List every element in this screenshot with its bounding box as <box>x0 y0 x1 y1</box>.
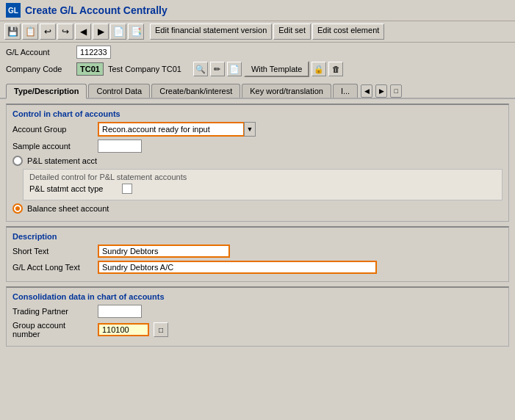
tab-create-bank-interest[interactable]: Create/bank/interest <box>151 84 240 98</box>
company-code-value: TC01 <box>76 62 104 76</box>
pl-statement-radio-row: P&L statement acct <box>12 156 503 166</box>
account-group-input[interactable] <box>98 122 245 137</box>
account-group-dropdown-arrow[interactable]: ▼ <box>244 122 256 137</box>
account-group-label: Account Group <box>12 125 93 134</box>
control-in-chart-title: Control in chart of accounts <box>12 109 503 118</box>
tab-nav-right[interactable]: ▶ <box>375 84 387 98</box>
save-button[interactable]: 💾 <box>4 23 21 40</box>
short-text-row: Short Text <box>12 245 503 258</box>
toolbar: 💾 📋 ↩ ↪ ◀ ▶ 📄 📑 Edit financial statement… <box>0 21 515 43</box>
gl-account-value: 112233 <box>76 46 111 59</box>
pl-detail-section: Detailed control for P&L statement accou… <box>23 169 503 200</box>
pl-statement-radio[interactable] <box>12 156 23 166</box>
tabs-bar: Type/Description Control Data Create/ban… <box>0 82 515 99</box>
pl-statmt-acct-checkbox[interactable] <box>122 184 132 194</box>
page-button[interactable]: 📄 <box>110 23 126 40</box>
pl-statement-label: P&L statement acct <box>27 156 97 165</box>
consolidation-title: Consolidation data in chart of accounts <box>12 292 503 301</box>
tab-type-description[interactable]: Type/Description <box>6 84 87 99</box>
group-account-search-icon[interactable]: □ <box>154 322 168 337</box>
copy-button[interactable]: 📋 <box>22 23 38 40</box>
edit-financial-statement-button[interactable]: Edit financial statement version <box>150 23 272 40</box>
group-account-row: Group account number □ <box>12 321 503 338</box>
with-template-button[interactable]: With Template <box>244 61 310 77</box>
trading-partner-row: Trading Partner <box>12 305 503 318</box>
short-text-input[interactable] <box>98 245 230 258</box>
sample-account-row: Sample account <box>12 140 503 153</box>
pl-detailed-label: Detailed control for P&L statement accou… <box>29 173 496 181</box>
tab-nav-box[interactable]: □ <box>390 84 402 98</box>
gl-account-label: G/L Account <box>6 48 72 57</box>
tab-control-data[interactable]: Control Data <box>88 84 150 98</box>
sample-account-label: Sample account <box>12 142 93 151</box>
gl-account-row: G/L Account 112233 <box>6 46 509 59</box>
company-code-name: Test Company TC01 <box>108 65 181 73</box>
redo-button[interactable]: ↪ <box>57 23 73 40</box>
company-code-row: Company Code TC01 Test Company TC01 🔍 ✏ … <box>6 61 509 77</box>
pl-statmt-acct-label: P&L statmt acct type <box>29 184 118 193</box>
account-group-row: Account Group ▼ <box>12 122 503 137</box>
main-content: Control in chart of accounts Account Gro… <box>0 99 515 355</box>
group-account-label: Group account number <box>12 321 93 338</box>
forward-button[interactable]: ▶ <box>93 23 109 40</box>
group-account-input[interactable] <box>98 323 149 336</box>
page-title: Create G/L Account Centrally <box>25 4 168 16</box>
long-text-row: G/L Acct Long Text <box>12 261 503 274</box>
description-section: Description Short Text G/L Acct Long Tex… <box>6 226 509 282</box>
undo-button[interactable]: ↩ <box>40 23 56 40</box>
trash-icon-btn[interactable]: 🗑 <box>328 62 343 76</box>
tab-keyword-translation[interactable]: Key word/translation <box>242 84 331 98</box>
balance-sheet-radio[interactable] <box>12 203 23 214</box>
tab-nav-left[interactable]: ◀ <box>361 84 372 98</box>
pl-statmt-acct-row: P&L statmt acct type <box>29 184 496 194</box>
trading-partner-label: Trading Partner <box>12 307 93 316</box>
lock-icon-btn[interactable]: 🔒 <box>311 62 326 76</box>
multi-page-button[interactable]: 📑 <box>128 23 144 40</box>
trading-partner-input[interactable] <box>98 305 142 318</box>
control-in-chart-section: Control in chart of accounts Account Gro… <box>6 104 509 222</box>
description-title: Description <box>12 232 503 241</box>
long-text-input[interactable] <box>98 261 377 274</box>
account-group-dropdown-container: ▼ <box>98 122 256 137</box>
balance-sheet-label: Balance sheet account <box>27 204 109 213</box>
edit-icon-btn[interactable]: ✏ <box>210 62 225 76</box>
search-icon-btn[interactable]: 🔍 <box>193 62 208 76</box>
edit-cost-element-button[interactable]: Edit cost element <box>312 23 384 40</box>
edit-set-button[interactable]: Edit set <box>273 23 311 40</box>
long-text-label: G/L Acct Long Text <box>12 263 93 272</box>
title-bar: GL Create G/L Account Centrally <box>0 0 515 21</box>
app-icon: GL <box>6 3 21 18</box>
back-button[interactable]: ◀ <box>75 23 91 40</box>
company-code-label: Company Code <box>6 65 72 73</box>
tab-i[interactable]: I... <box>333 84 358 98</box>
header-section: G/L Account 112233 Company Code TC01 Tes… <box>0 43 515 82</box>
consolidation-section: Consolidation data in chart of accounts … <box>6 286 509 347</box>
balance-sheet-radio-row: Balance sheet account <box>12 203 503 214</box>
sample-account-input[interactable] <box>98 140 142 153</box>
short-text-label: Short Text <box>12 247 93 256</box>
doc-icon-btn[interactable]: 📄 <box>227 62 242 76</box>
